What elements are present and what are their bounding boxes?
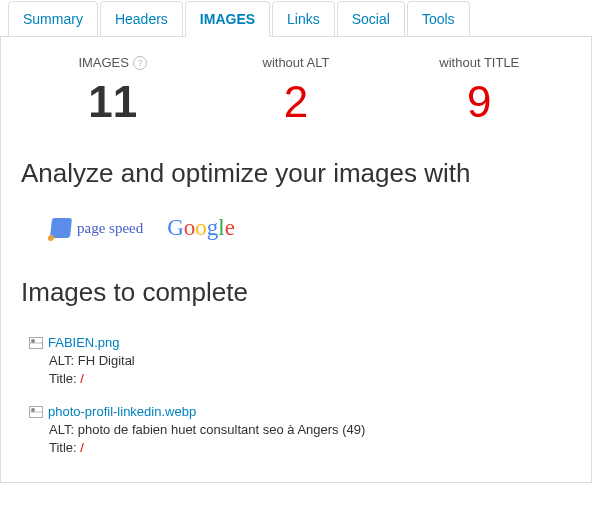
google-letter: o bbox=[195, 215, 207, 240]
alt-value: FH Digital bbox=[78, 353, 135, 368]
stat-total: IMAGES ? 11 bbox=[21, 55, 204, 124]
tab-links[interactable]: Links bbox=[272, 1, 335, 37]
alt-label: ALT: bbox=[49, 422, 74, 437]
image-filename: photo-profil-linkedin.webp bbox=[48, 404, 196, 419]
image-filename: FABIEN.png bbox=[48, 335, 120, 350]
pagespeed-icon bbox=[50, 218, 72, 238]
image-file-icon bbox=[29, 406, 43, 418]
image-title-line: Title: / bbox=[29, 371, 571, 386]
stat-without-title: without TITLE 9 bbox=[388, 55, 571, 124]
image-file-icon bbox=[29, 337, 43, 349]
stat-total-value: 11 bbox=[21, 80, 204, 124]
pagespeed-label: page speed bbox=[77, 220, 143, 237]
alt-value: photo de fabien huet consultant seo à An… bbox=[78, 422, 366, 437]
tab-headers[interactable]: Headers bbox=[100, 1, 183, 37]
partners-row: page speed Google bbox=[21, 207, 571, 259]
title-label: Title: bbox=[49, 440, 77, 455]
image-link[interactable]: photo-profil-linkedin.webp bbox=[29, 404, 571, 419]
tab-tools[interactable]: Tools bbox=[407, 1, 470, 37]
title-missing: / bbox=[80, 440, 84, 455]
stat-title-value: 9 bbox=[388, 80, 571, 124]
stat-title-label: without TITLE bbox=[388, 55, 571, 70]
image-alt-line: ALT: FH Digital bbox=[29, 353, 571, 368]
google-link[interactable]: Google bbox=[167, 215, 235, 241]
title-missing: / bbox=[80, 371, 84, 386]
title-label: Title: bbox=[49, 371, 77, 386]
list-item: FABIEN.png ALT: FH Digital Title: / bbox=[21, 326, 571, 395]
list-heading: Images to complete bbox=[21, 277, 571, 308]
image-alt-line: ALT: photo de fabien huet consultant seo… bbox=[29, 422, 571, 437]
optimize-heading: Analyze and optimize your images with bbox=[21, 158, 571, 189]
tab-social[interactable]: Social bbox=[337, 1, 405, 37]
stat-alt-label: without ALT bbox=[204, 55, 387, 70]
pagespeed-link[interactable]: page speed bbox=[51, 218, 143, 238]
image-title-line: Title: / bbox=[29, 440, 571, 455]
google-letter: e bbox=[225, 215, 235, 240]
alt-label: ALT: bbox=[49, 353, 74, 368]
tab-images[interactable]: IMAGES bbox=[185, 1, 270, 37]
stat-alt-value: 2 bbox=[204, 80, 387, 124]
google-letter: G bbox=[167, 215, 184, 240]
stat-total-label: IMAGES bbox=[78, 55, 129, 70]
tab-summary[interactable]: Summary bbox=[8, 1, 98, 37]
list-item: photo-profil-linkedin.webp ALT: photo de… bbox=[21, 395, 571, 464]
google-letter: g bbox=[207, 215, 219, 240]
help-icon[interactable]: ? bbox=[133, 56, 147, 70]
images-panel: IMAGES ? 11 without ALT 2 without TITLE … bbox=[0, 36, 592, 483]
google-letter: o bbox=[184, 215, 196, 240]
tabs-bar: Summary Headers IMAGES Links Social Tool… bbox=[0, 0, 592, 36]
stat-without-alt: without ALT 2 bbox=[204, 55, 387, 124]
image-link[interactable]: FABIEN.png bbox=[29, 335, 571, 350]
stats-row: IMAGES ? 11 without ALT 2 without TITLE … bbox=[21, 55, 571, 124]
